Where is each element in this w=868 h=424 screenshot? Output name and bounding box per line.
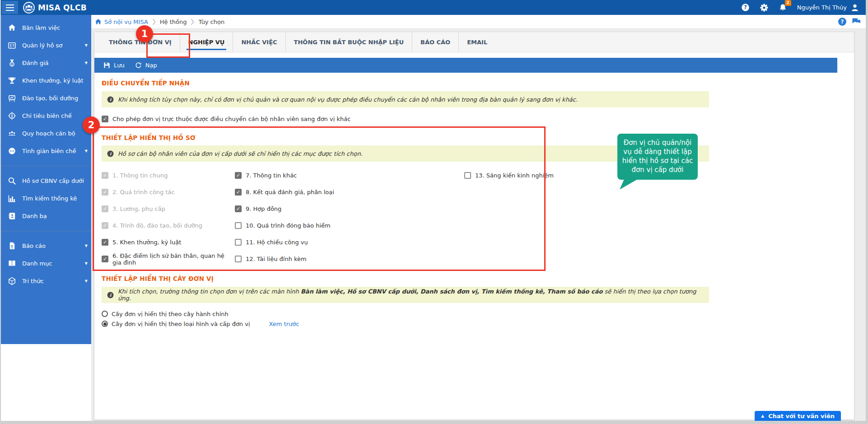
sidebar-item-tri-thuc[interactable]: Tri thức ▼ (1, 272, 91, 290)
checkbox-unchecked-icon (235, 256, 242, 262)
info-text: Khi không tích tùy chọn này, chỉ có đơn … (118, 96, 578, 103)
annotation-step-2-badge: 2 (83, 116, 100, 134)
screenshot-frame: MISA QLCB ? 2 Nguyễn Thị Thủy (0, 0, 868, 424)
checkbox-tai-lieu-dinh-kem[interactable]: 12. Tài liệu đính kèm (235, 251, 464, 267)
checkbox-ket-qua-danh-gia[interactable]: 8. Kết quả đánh giá, phân loại (235, 184, 464, 200)
checkbox-sang-kien-kinh-nghiem[interactable]: 13. Sáng kiến kinh nghiệm (464, 167, 554, 184)
settings-gear-button[interactable] (760, 3, 769, 12)
checkbox-trinh-do-dao-tao: 4. Trình độ, đào tạo, bồi dưỡng (102, 217, 235, 234)
info-text-prefix: Khi tích chọn, trường thông tin chọn đơn… (118, 288, 301, 295)
app-name: MISA QLCB (38, 3, 87, 12)
sidebar-item-chi-tieu-bien-che[interactable]: Chỉ tiêu biên chế (1, 107, 91, 125)
save-floppy-icon (103, 61, 111, 69)
page-help-button[interactable]: ? (838, 18, 846, 26)
sidebar-item-danh-gia[interactable]: 1 Đánh giá ▼ (1, 54, 91, 72)
profile-display-checkbox-grid: 1. Thông tin chung 2. Quá trình công tác… (102, 167, 854, 267)
tree-display-options: Cây đơn vị hiển thị theo cây hành chính … (102, 309, 854, 329)
breadcrumb-page: Tùy chọn (198, 19, 224, 25)
app-logo: MISA QLCB (23, 2, 87, 14)
sidebar-item-label: Tìm kiếm thống kê (22, 195, 88, 202)
settings-card: THÔNG TIN ĐƠN VỊ NGHIỆP VỤ NHẮC VIỆC THÔ… (94, 32, 854, 420)
checkbox-qua-trinh-dong-bao-hiem[interactable]: 10. Quá trình đóng bảo hiểm (235, 217, 464, 234)
sidebar-item-label: Quản lý hồ sơ (22, 42, 79, 49)
sidebar-item-dao-tao-boi-duong[interactable]: Đào tạo, bồi dưỡng (1, 89, 91, 107)
report-icon (7, 242, 16, 251)
sidebar: Bàn làm việc Quản lý hồ sơ ▼ 1 Đánh giá … (1, 15, 91, 344)
hamburger-icon (6, 7, 14, 8)
easel-icon (7, 94, 16, 103)
tab-bao-cao[interactable]: BÁO CÁO (412, 32, 458, 52)
user-menu[interactable]: Nguyễn Thị Thủy (797, 3, 859, 12)
reload-button[interactable]: Nạp (130, 58, 162, 73)
breadcrumb-home-link[interactable]: Sở nội vụ MISA (95, 19, 148, 25)
main-area: Sở nội vụ MISA Hệ thống Tùy chọn ? THÔNG… (91, 15, 866, 421)
tab-email[interactable]: EMAIL (458, 32, 495, 52)
sidebar-item-tim-kiem-thong-ke[interactable]: Tìm kiếm thống kê (1, 190, 91, 207)
sidebar-item-khen-thuong-ky-luat[interactable]: Khen thưởng, kỷ luật (1, 72, 91, 89)
sidebar-item-ho-so-cbnv-cap-duoi[interactable]: Hồ sơ CBNV cấp dưới (1, 172, 91, 190)
tab-label: BÁO CÁO (420, 39, 450, 46)
sidebar-item-bao-cao[interactable]: Báo cáo ▼ (1, 237, 91, 255)
tab-nghiep-vu[interactable]: NGHIỆP VỤ (180, 32, 233, 52)
tab-thong-tin-bat-buoc-nhap-lieu[interactable]: THÔNG TIN BẮT BUỘC NHẬP LIỆU (285, 32, 412, 52)
tab-label: EMAIL (467, 39, 487, 46)
id-card-icon (7, 41, 16, 50)
sidebar-item-danh-ba[interactable]: Danh bạ (1, 207, 91, 225)
sidebar-item-label: Danh bạ (22, 213, 88, 219)
sidebar-nav-group-3: Báo cáo ▼ Danh mục ▼ Tri thức ▼ (1, 237, 91, 290)
checkbox-label: 2. Quá trình công tác (112, 189, 175, 196)
checkbox-thong-tin-khac[interactable]: 7. Thông tin khác (235, 167, 464, 184)
checkbox-dac-diem-lich-su[interactable]: 6. Đặc điểm lịch sử bản thân, quan hệ gi… (102, 251, 235, 267)
refresh-icon (135, 61, 142, 69)
action-toolbar: Lưu Nạp (94, 58, 837, 73)
radio-label: Cây đơn vị hiển thị theo loại hình và cấ… (112, 321, 250, 327)
target-icon (7, 112, 16, 121)
sidebar-item-ban-lam-viec[interactable]: Bàn làm việc (1, 19, 91, 37)
callout-text: Đơn vị chủ quản/nội vụ dễ dàng thiết lập… (622, 139, 693, 174)
checkbox-unchecked-icon (235, 222, 242, 229)
sidebar-item-label: Hồ sơ CBNV cấp dưới (22, 177, 88, 184)
checkbox-checked-icon (235, 205, 242, 212)
help-button[interactable]: ? (741, 3, 750, 12)
checkbox-ho-chieu-cong-vu[interactable]: 11. Hộ chiếu công vụ (235, 234, 464, 251)
sidebar-item-label: Báo cáo (22, 242, 79, 249)
sidebar-item-quy-hoach-can-bo[interactable]: Quy hoạch cán bộ (1, 125, 91, 142)
breadcrumb-home-label: Sở nội vụ MISA (104, 19, 148, 25)
chevron-down-icon: ▼ (85, 149, 88, 153)
checkbox-checked-icon (235, 172, 242, 179)
user-name: Nguyễn Thị Thủy (797, 4, 847, 11)
tab-label: THÔNG TIN BẮT BUỘC NHẬP LIỆU (294, 39, 404, 46)
chat-support-button[interactable]: ▲ Chat với tư vấn viên (755, 411, 841, 421)
radio-cay-hanh-chinh[interactable]: Cây đơn vị hiển thị theo cây hành chính (102, 309, 854, 319)
notifications-bell-button[interactable]: 2 (779, 3, 787, 12)
section-title-thiet-lap-cay-don-vi: THIẾT LẬP HIỂN THỊ CÂY ĐƠN VỊ (102, 275, 854, 282)
checkbox-label: 13. Sáng kiến kinh nghiệm (475, 172, 554, 179)
svg-text:1: 1 (11, 63, 13, 66)
checkbox-unchecked-icon (235, 239, 242, 246)
info-text-bold: Bàn làm việc, Hồ sơ CBNV cấp dưới, Danh … (301, 288, 602, 295)
preview-link[interactable]: Xem trước (269, 321, 299, 327)
hamburger-menu-button[interactable] (2, 1, 18, 14)
sidebar-item-danh-muc[interactable]: Danh mục ▼ (1, 255, 91, 272)
checkbox-hop-dong[interactable]: 9. Hợp đồng (235, 200, 464, 217)
feedback-chat-icon[interactable] (852, 18, 861, 26)
section-title-thiet-lap-hien-thi-ho-so: THIẾT LẬP HIỂN THỊ HỒ SƠ (102, 134, 854, 141)
save-button[interactable]: Lưu (98, 58, 130, 73)
sidebar-item-quan-ly-ho-so[interactable]: Quản lý hồ sơ ▼ (1, 37, 91, 54)
info-icon: i (107, 150, 114, 157)
checkbox-checked-disabled-icon (102, 205, 108, 212)
checkbox-column-1: 1. Thông tin chung 2. Quá trình công tác… (102, 167, 235, 267)
callout-tooltip: Đơn vị chủ quản/nội vụ dễ dàng thiết lập… (617, 134, 698, 180)
info-banner-transfer: i Khi không tích tùy chọn này, chỉ có đơ… (102, 91, 709, 107)
checkbox-label: Cho phép đơn vị trực thuộc được điều chu… (112, 116, 350, 122)
home-icon (95, 19, 102, 25)
app-window: MISA QLCB ? 2 Nguyễn Thị Thủy (1, 0, 866, 421)
radio-loai-hinh-cap-don-vi[interactable]: Cây đơn vị hiển thị theo loại hình và cấ… (102, 319, 854, 329)
sidebar-item-tinh-gian-bien-che[interactable]: Tinh giản biên chế ▼ (1, 142, 91, 160)
checkbox-khen-thuong-ky-luat[interactable]: 5. Khen thưởng, kỷ luật (102, 234, 235, 251)
checkbox-cho-phep-dieu-chuyen[interactable]: Cho phép đơn vị trực thuộc được điều chu… (102, 116, 854, 122)
triangle-up-icon: ▲ (761, 414, 764, 418)
sidebar-divider (1, 231, 91, 231)
tab-nhac-viec[interactable]: NHẮC VIỆC (233, 32, 285, 52)
checkbox-checked-disabled-icon (102, 222, 108, 229)
